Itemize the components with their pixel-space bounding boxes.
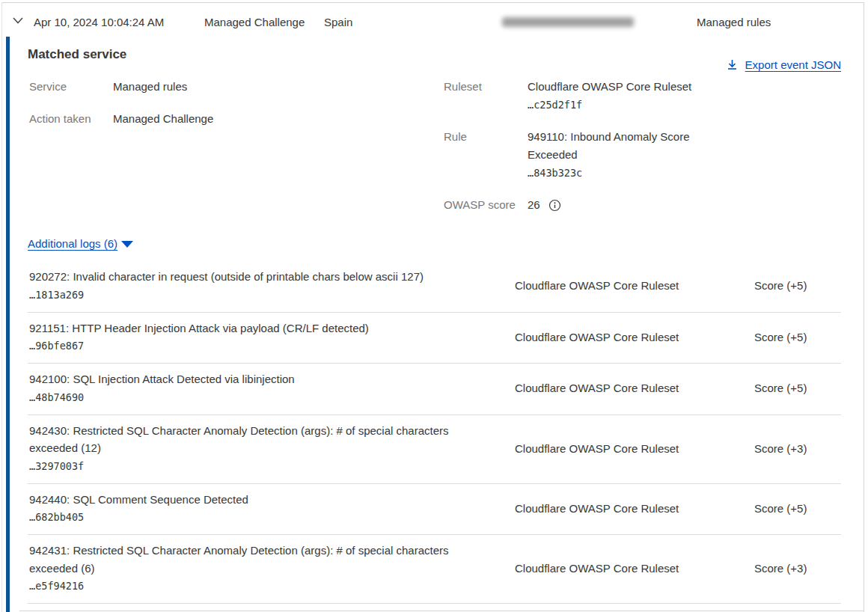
log-score: Score (+3) bbox=[727, 562, 841, 575]
ruleset-hash: …c25d2f1f bbox=[528, 96, 691, 114]
log-rule-hash: …e5f94216 bbox=[29, 577, 488, 595]
field-rule: Rule 949110: Inbound Anomaly Score Excee… bbox=[444, 128, 707, 182]
log-row: 920272: Invalid character in request (ou… bbox=[28, 261, 841, 313]
log-rule-hash: …96bfe867 bbox=[29, 337, 488, 355]
owasp-score-value: 26 bbox=[528, 196, 540, 214]
log-ruleset: Cloudflare OWASP Core Ruleset bbox=[488, 382, 727, 394]
rule-hash: …843b323c bbox=[528, 164, 707, 182]
info-icon[interactable] bbox=[548, 199, 561, 212]
event-detail-panel: Apr 10, 2024 10:04:24 AM Managed Challen… bbox=[1, 2, 864, 612]
event-row-header[interactable]: Apr 10, 2024 10:04:24 AM Managed Challen… bbox=[2, 3, 864, 37]
log-rule-description: 921151: HTTP Header Injection Attack via… bbox=[29, 319, 478, 337]
event-country: Spain bbox=[324, 16, 352, 28]
rule-name: 949110: Inbound Anomaly Score Exceeded bbox=[528, 128, 707, 164]
event-action: Managed Challenge bbox=[204, 16, 305, 28]
field-value: Managed Challenge bbox=[113, 110, 213, 128]
additional-logs-table: 920272: Invalid character in request (ou… bbox=[28, 261, 841, 604]
log-row: 942430: Restricted SQL Character Anomaly… bbox=[28, 415, 841, 484]
field-label: Action taken bbox=[29, 110, 113, 128]
field-label: Rule bbox=[444, 128, 528, 182]
log-rule-hash: …3297003f bbox=[29, 457, 488, 475]
log-ruleset: Cloudflare OWASP Core Ruleset bbox=[488, 502, 727, 515]
field-ruleset: Ruleset Cloudflare OWASP Core Ruleset …c… bbox=[444, 78, 707, 114]
field-value: Managed rules bbox=[113, 78, 187, 96]
panel-title: Matched service bbox=[28, 47, 841, 62]
collapse-chevron-icon[interactable] bbox=[10, 13, 25, 28]
log-score: Score (+5) bbox=[727, 331, 841, 343]
log-rule-description: 942431: Restricted SQL Character Anomaly… bbox=[29, 542, 478, 577]
field-label: Service bbox=[29, 78, 113, 96]
log-row: 921151: HTTP Header Injection Attack via… bbox=[28, 313, 841, 364]
field-action-taken: Action taken Managed Challenge bbox=[29, 110, 213, 128]
log-row: 942431: Restricted SQL Character Anomaly… bbox=[28, 535, 841, 604]
log-ruleset: Cloudflare OWASP Core Ruleset bbox=[488, 562, 727, 575]
log-rule-description: 942100: SQL Injection Attack Detected vi… bbox=[29, 370, 478, 388]
log-score: Score (+5) bbox=[727, 382, 841, 394]
redacted-value bbox=[502, 17, 634, 27]
log-score: Score (+3) bbox=[727, 442, 841, 455]
log-row: 942440: SQL Comment Sequence Detected …6… bbox=[28, 484, 841, 536]
ruleset-name: Cloudflare OWASP Core Ruleset bbox=[528, 78, 691, 96]
log-rule-hash: …48b74690 bbox=[29, 388, 488, 406]
next-event-row-border bbox=[19, 611, 864, 611]
log-ruleset: Cloudflare OWASP Core Ruleset bbox=[488, 442, 727, 455]
field-owasp-score: OWASP score 26 bbox=[444, 196, 707, 214]
log-rule-description: 942440: SQL Comment Sequence Detected bbox=[29, 491, 478, 509]
log-row: 942100: SQL Injection Attack Detected vi… bbox=[28, 364, 841, 415]
log-rule-hash: …682bb405 bbox=[29, 508, 488, 526]
additional-logs-toggle[interactable]: Additional logs (6) bbox=[28, 237, 133, 250]
event-detail-body: Matched service Export event JSON Servic… bbox=[2, 47, 864, 611]
log-score: Score (+5) bbox=[727, 279, 841, 292]
field-label: Ruleset bbox=[444, 78, 528, 114]
download-icon bbox=[726, 58, 739, 71]
export-event-json-link[interactable]: Export event JSON bbox=[726, 58, 841, 71]
log-score: Score (+5) bbox=[727, 502, 841, 515]
field-service: Service Managed rules bbox=[29, 78, 213, 96]
log-rule-hash: …1813a269 bbox=[29, 286, 488, 304]
log-ruleset: Cloudflare OWASP Core Ruleset bbox=[488, 279, 727, 292]
event-service: Managed rules bbox=[697, 16, 771, 28]
chevron-down-icon bbox=[121, 241, 133, 248]
log-rule-description: 942430: Restricted SQL Character Anomaly… bbox=[29, 422, 478, 457]
export-event-json-label: Export event JSON bbox=[745, 58, 841, 71]
log-ruleset: Cloudflare OWASP Core Ruleset bbox=[488, 331, 727, 343]
additional-logs-label: Additional logs (6) bbox=[28, 237, 117, 250]
matched-service-details: Service Managed rules Action taken Manag… bbox=[28, 78, 841, 217]
selected-event-accent-bar bbox=[6, 37, 10, 612]
field-label: OWASP score bbox=[444, 196, 528, 214]
event-timestamp: Apr 10, 2024 10:04:24 AM bbox=[34, 16, 164, 28]
log-rule-description: 920272: Invalid character in request (ou… bbox=[29, 268, 478, 286]
